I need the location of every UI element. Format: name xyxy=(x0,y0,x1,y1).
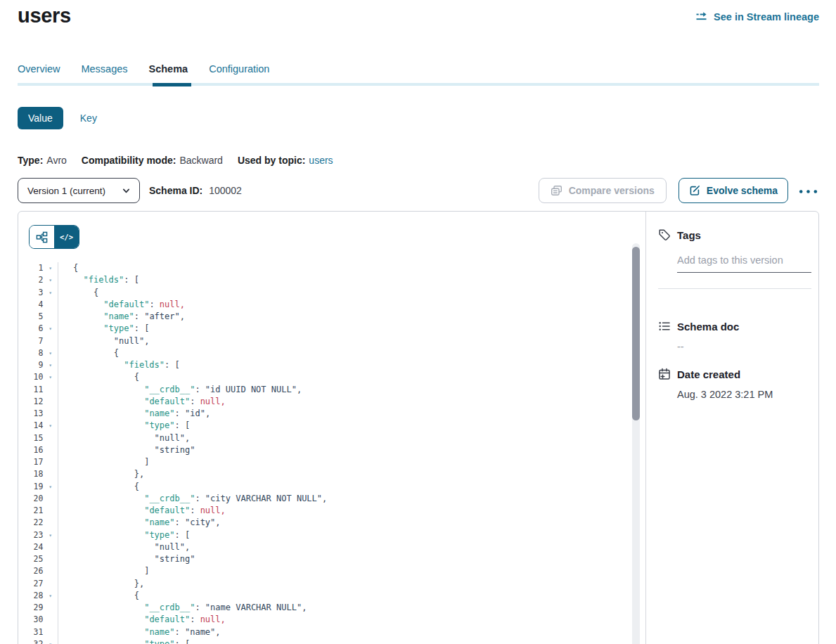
tab-overview[interactable]: Overview xyxy=(18,63,60,75)
version-select[interactable]: Version 1 (current) xyxy=(18,178,140,203)
schema-view-toggle: </> xyxy=(29,225,79,249)
line-number: 21 xyxy=(21,505,43,517)
fold-toggle-icon[interactable]: ▾ xyxy=(43,359,58,371)
fold-spacer xyxy=(43,626,58,638)
used-by-topic-label: Used by topic: xyxy=(238,155,305,166)
edit-schema-icon xyxy=(689,185,700,196)
tree-view-toggle[interactable] xyxy=(30,226,54,248)
line-number: 5 xyxy=(21,311,43,323)
code-line: 26 ] xyxy=(18,565,631,577)
tags-input[interactable] xyxy=(677,255,811,273)
fold-toggle-icon[interactable]: ▾ xyxy=(43,638,58,644)
compare-versions-button[interactable]: Compare versions xyxy=(539,178,667,203)
line-gutter: 23▾ xyxy=(18,529,58,541)
code-scrollbar-thumb[interactable] xyxy=(632,247,640,420)
topic-link[interactable]: users xyxy=(309,155,333,166)
value-tab-button[interactable]: Value xyxy=(18,107,63,129)
fold-toggle-icon[interactable]: ▾ xyxy=(43,347,58,359)
fold-toggle-icon[interactable]: ▾ xyxy=(43,262,58,274)
code-text: "name": "name", xyxy=(58,626,221,638)
line-number: 16 xyxy=(21,444,43,456)
tab-configuration[interactable]: Configuration xyxy=(209,63,269,75)
fold-toggle-icon[interactable]: ▾ xyxy=(43,481,58,493)
tab-schema[interactable]: Schema xyxy=(149,63,188,75)
fold-spacer xyxy=(43,602,58,614)
code-line: 30 "default": null, xyxy=(18,614,631,626)
code-line: 13 "name": "id", xyxy=(18,408,631,420)
code-text: "string" xyxy=(58,553,195,565)
fold-toggle-icon[interactable]: ▾ xyxy=(43,274,58,286)
code-text: "type": [ xyxy=(58,529,190,541)
code-line: 22 "name": "city", xyxy=(18,517,631,529)
fold-toggle-icon[interactable]: ▾ xyxy=(43,529,58,541)
code-line: 17 ] xyxy=(18,456,631,468)
tag-icon xyxy=(658,228,671,241)
line-gutter: 8▾ xyxy=(18,347,58,359)
code-text: "default": null, xyxy=(58,299,185,311)
code-text: "default": null, xyxy=(58,614,226,626)
code-text: "name": "after", xyxy=(58,311,185,323)
fold-spacer xyxy=(43,541,58,553)
code-scrollbar-track[interactable] xyxy=(632,243,640,644)
see-in-stream-lineage-link[interactable]: See in Stream lineage xyxy=(695,11,819,23)
fold-spacer xyxy=(43,565,58,577)
code-line: 7 "null", xyxy=(18,335,631,347)
line-number: 22 xyxy=(21,517,43,529)
code-text: { xyxy=(58,371,139,383)
code-text: }, xyxy=(58,468,144,480)
code-text: { xyxy=(58,481,139,493)
code-text: ] xyxy=(58,565,149,577)
code-text: "type": [ xyxy=(58,638,190,644)
line-gutter: 17 xyxy=(18,456,58,468)
compatibility-meta: Compatibility mode: Backward xyxy=(82,155,223,166)
fold-spacer xyxy=(43,335,58,347)
sidebar-divider xyxy=(658,288,811,289)
code-line: 20 "__crdb__": "city VARCHAR NOT NULL", xyxy=(18,493,631,505)
code-line: 3▾ { xyxy=(18,287,631,299)
fold-toggle-icon[interactable]: ▾ xyxy=(43,371,58,383)
fold-toggle-icon[interactable]: ▾ xyxy=(43,323,58,335)
schema-code-editor[interactable]: 1▾{2▾ "fields": [3▾ {4 "default": null,5… xyxy=(18,262,631,644)
line-number: 2 xyxy=(21,274,43,286)
line-gutter: 12 xyxy=(18,396,58,408)
code-line: 24 "null", xyxy=(18,541,631,553)
evolve-schema-button[interactable]: Evolve schema xyxy=(679,178,788,203)
line-gutter: 22 xyxy=(18,517,58,529)
code-text: "default": null, xyxy=(58,505,226,517)
line-gutter: 24 xyxy=(18,541,58,553)
code-text: "__crdb__": "id UUID NOT NULL", xyxy=(58,384,302,396)
line-number: 3 xyxy=(21,287,43,299)
code-line: 25 "string" xyxy=(18,553,631,565)
line-gutter: 11 xyxy=(18,384,58,396)
code-line: 15 "null", xyxy=(18,432,631,444)
fold-spacer xyxy=(43,553,58,565)
line-number: 23 xyxy=(21,529,43,541)
fold-toggle-icon[interactable]: ▾ xyxy=(43,287,58,299)
line-number: 12 xyxy=(21,396,43,408)
stream-lineage-icon xyxy=(695,11,709,23)
line-gutter: 28▾ xyxy=(18,590,58,602)
schema-id: Schema ID: 100002 xyxy=(149,185,242,196)
line-number: 25 xyxy=(21,553,43,565)
line-gutter: 19▾ xyxy=(18,481,58,493)
tab-underline-track xyxy=(18,83,819,86)
line-gutter: 21 xyxy=(18,505,58,517)
line-gutter: 15 xyxy=(18,432,58,444)
line-gutter: 3▾ xyxy=(18,287,58,299)
fold-spacer xyxy=(43,384,58,396)
code-text: "name": "id", xyxy=(58,408,210,420)
line-number: 31 xyxy=(21,626,43,638)
fold-toggle-icon[interactable]: ▾ xyxy=(43,420,58,432)
line-number: 28 xyxy=(21,590,43,602)
line-number: 10 xyxy=(21,371,43,383)
tab-messages[interactable]: Messages xyxy=(81,63,127,75)
code-view-toggle[interactable]: </> xyxy=(54,226,79,248)
fold-toggle-icon[interactable]: ▾ xyxy=(43,590,58,602)
more-options-button[interactable] xyxy=(797,183,819,199)
line-gutter: 6▾ xyxy=(18,323,58,335)
versions-icon xyxy=(551,185,562,196)
schema-code-panel: </> 1▾{2▾ "fields": [3▾ {4 "default": nu… xyxy=(18,212,645,644)
line-number: 32 xyxy=(21,638,43,644)
line-gutter: 10▾ xyxy=(18,371,58,383)
key-tab-button[interactable]: Key xyxy=(80,112,97,124)
